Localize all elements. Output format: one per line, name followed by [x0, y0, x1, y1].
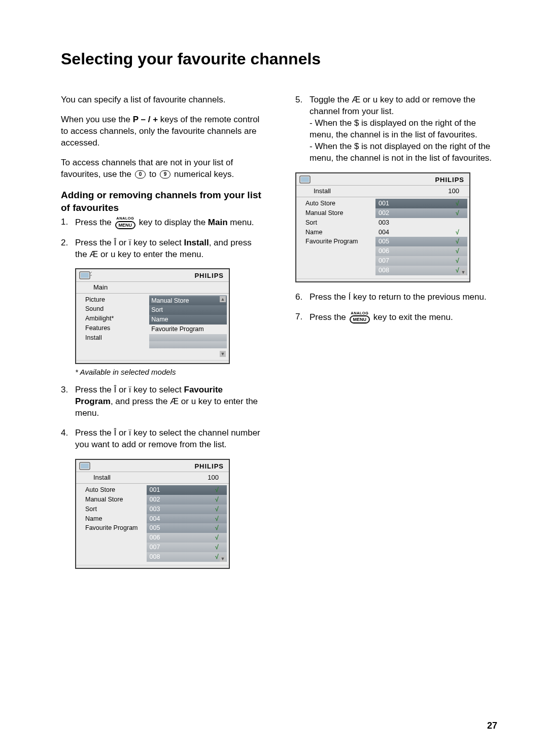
check-icon: √ [215, 486, 219, 494]
tv-num-row: 004√ [147, 514, 227, 524]
key-9: 9 [160, 170, 171, 178]
tv-left-col: Picture Sound Ambilight* Features Instal… [83, 295, 149, 357]
step-num: 6. [295, 292, 302, 303]
svg-rect-5 [81, 463, 89, 469]
left-column: You can specify a list of favourite chan… [61, 94, 263, 571]
scroll-down-icon: ▼ [460, 269, 466, 275]
s3a: Press the [75, 385, 114, 394]
page-number: 27 [487, 719, 497, 732]
tv-title: Install [314, 187, 331, 196]
tv-row [149, 341, 227, 348]
tv-right-col: ▲ 001√ 002√ 003√ 004√ 005√ 006√ 007√ 008… [147, 485, 227, 562]
tv-body: Auto Store Manual Store Sort Name Favour… [296, 197, 469, 278]
steps-right: 5. Toggle the Æ or u key to add or remov… [295, 94, 497, 164]
step-num: 1. [61, 217, 68, 228]
num: 006 [150, 533, 160, 542]
s3c: or [116, 385, 129, 394]
s5i: - When the [310, 141, 354, 151]
tv-row: Favourite Program [83, 523, 146, 533]
num: 005 [150, 524, 160, 532]
check-icon: √ [456, 199, 459, 208]
step-4: 4. Press the Î or ï key to select the ch… [61, 427, 263, 451]
s2e: key to select [131, 238, 184, 247]
tv-num-row: 002√ [147, 495, 227, 505]
check-icon: √ [456, 247, 459, 256]
tv-num-row: 003 [375, 218, 467, 228]
s4a: Press the [75, 428, 114, 438]
tv-icon [79, 461, 92, 472]
check-icon: √ [456, 266, 459, 275]
tv-row: Name [149, 315, 227, 325]
tv-icon [79, 270, 92, 281]
s1d: menu. [228, 218, 254, 227]
ok-key-icon: u [111, 249, 115, 259]
tv-title-row: Install 100 [296, 186, 469, 197]
tv-num-row: 008√ [147, 552, 227, 562]
ok-key-icon: u [373, 95, 378, 104]
tv-row: Sort [83, 505, 146, 514]
intro-p3b: to [147, 169, 159, 179]
tv-row [83, 540, 146, 547]
tv-row [303, 246, 374, 254]
num: 004 [379, 228, 389, 237]
check-icon: √ [456, 209, 459, 218]
check-icon: √ [215, 505, 219, 514]
tv-left-col: Auto Store Manual Store Sort Name Favour… [83, 485, 147, 562]
check-icon: √ [215, 543, 219, 552]
page-title: Selecting your favourite channels [61, 48, 497, 70]
tv-num-row: 006√ [375, 246, 467, 256]
tv-top: PHILIPS [296, 173, 469, 186]
tv-num-row: 001√ [375, 199, 467, 208]
tv-row: Install [83, 333, 148, 343]
s1a: Press the [75, 218, 114, 227]
tv-num-row: 005√ [375, 237, 467, 246]
num: 006 [379, 247, 389, 256]
tv-num-row: 005√ [147, 523, 227, 533]
s5c: or [360, 95, 373, 104]
tv-num-row: 002√ [375, 208, 467, 218]
steps-left: 1. Press the ANALOGMENU key to display t… [61, 217, 263, 260]
tv-row: Favourite Program [303, 237, 374, 246]
tv-row: Sort [303, 218, 374, 228]
tv-row [303, 261, 374, 268]
num: 002 [379, 209, 389, 218]
num: 005 [379, 237, 389, 246]
step-7: 7. Press the ANALOGMENU key to exit the … [295, 311, 497, 324]
s1c: Main [208, 218, 228, 227]
check-symbol: $ [354, 141, 359, 151]
tv-icon [299, 174, 313, 186]
tv-row: Manual Store [303, 208, 374, 218]
tv-right-col: ▲ Manual Store Sort Name Favourite Progr… [149, 295, 227, 357]
tv-row: Auto Store [303, 199, 374, 208]
tv-num-row: 007√ [147, 543, 227, 552]
num: 002 [150, 495, 160, 504]
step-num: 5. [295, 94, 302, 106]
check-symbol: $ [354, 118, 359, 128]
num: 003 [150, 505, 160, 514]
tv-title-right: 100 [448, 187, 459, 196]
s6c: key to return to the previous menu. [351, 292, 486, 302]
s5a: Toggle the [310, 95, 352, 104]
tv-row [83, 547, 146, 554]
intro-p3c: numerical keys. [172, 169, 234, 179]
tv-num-row: 001√ [147, 485, 227, 495]
check-icon: √ [456, 237, 459, 246]
scroll-down-icon: ▼ [220, 556, 226, 562]
tv-row: Sound [83, 304, 148, 314]
scroll-down-icon: ▼ [220, 351, 226, 357]
subhead: Adding or removing channels from your li… [61, 189, 263, 214]
s4c: or [116, 428, 129, 438]
s7a: Press the [310, 312, 349, 322]
tv-row [149, 334, 227, 341]
ok-key-icon: u [191, 397, 196, 406]
right-column: 5. Toggle the Æ or u key to add or remov… [295, 94, 497, 571]
tv-row [303, 254, 374, 261]
tv-body: Picture Sound Ambilight* Features Instal… [76, 294, 229, 360]
content-columns: You can specify a list of favourite chan… [61, 94, 497, 571]
s2k: key to enter the menu. [115, 249, 203, 259]
s2a: Press the [75, 238, 114, 247]
tv-num-row: 006√ [147, 533, 227, 543]
s3e: key to select [131, 385, 184, 394]
step-6: 6. Press the Í key to return to the prev… [295, 292, 497, 303]
num: 001 [150, 486, 160, 494]
